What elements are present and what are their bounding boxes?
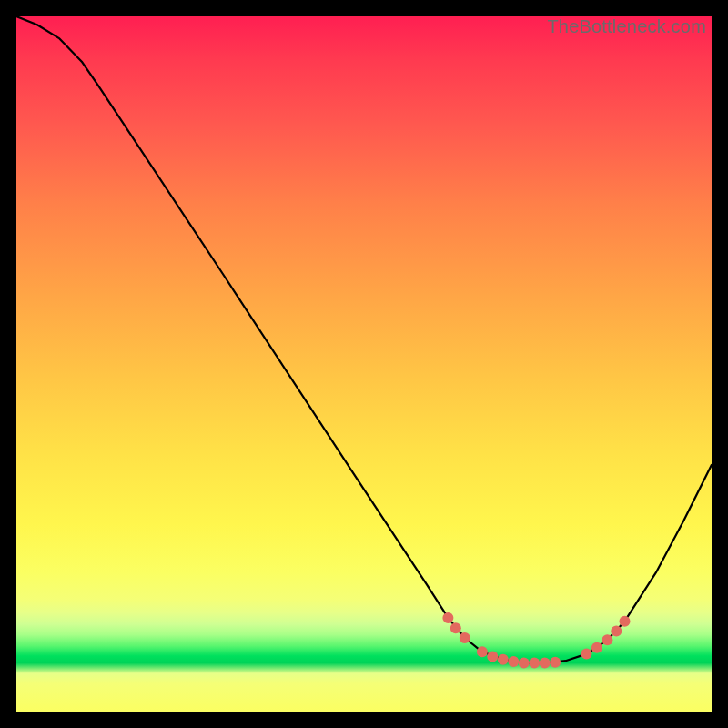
highlight-dot <box>592 642 602 653</box>
highlight-dot <box>519 658 530 669</box>
highlight-dot <box>581 649 592 660</box>
plot-area: TheBottleneck.com <box>16 16 712 712</box>
highlight-dot <box>477 646 488 657</box>
highlight-dot <box>620 616 631 627</box>
highlight-dot <box>611 625 622 636</box>
highlight-dot <box>450 622 461 633</box>
highlight-dot <box>550 657 561 668</box>
highlight-dot <box>442 612 453 623</box>
curve-layer <box>16 16 712 712</box>
highlight-dot <box>508 656 519 667</box>
highlight-dot <box>460 632 470 643</box>
chart-frame: TheBottleneck.com <box>0 0 728 728</box>
highlight-dot <box>602 634 612 645</box>
highlight-dots <box>442 612 630 669</box>
highlight-dot <box>540 658 551 669</box>
highlight-dot <box>529 658 540 669</box>
bottleneck-curve <box>16 16 712 663</box>
highlight-dot <box>498 654 509 665</box>
watermark-text: TheBottleneck.com <box>547 16 706 37</box>
highlight-dot <box>487 652 498 662</box>
